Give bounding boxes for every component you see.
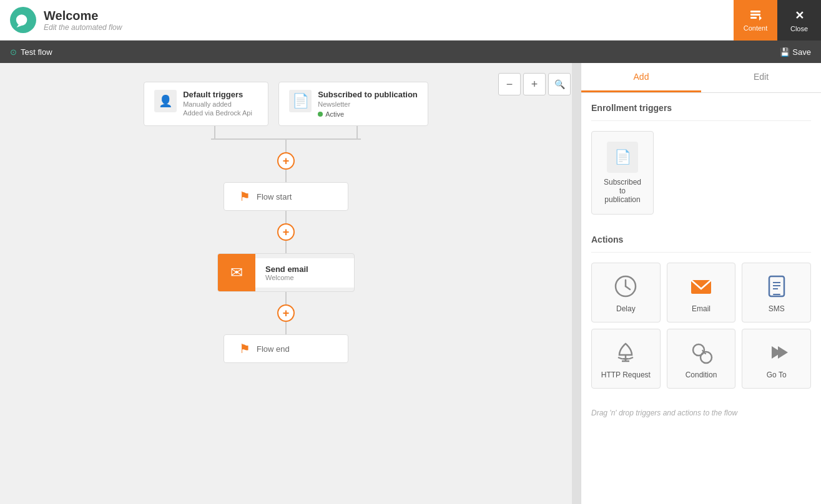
trigger-default-line2: Added via Bedrock Api <box>183 109 252 117</box>
trigger-publication: Newsletter <box>318 100 418 108</box>
connector-after-start <box>285 211 287 223</box>
flow-name: Test flow <box>21 47 52 57</box>
trigger-subscription-icon: 📄 <box>289 90 312 112</box>
send-email-node[interactable]: ✉ Send email Welcome <box>217 253 355 292</box>
enrollment-section: Enrollment triggers 📄 Subscribed to publ… <box>581 93 821 225</box>
app-subtitle: Edit the automated flow <box>44 23 122 32</box>
merge-area <box>149 126 423 138</box>
actions-divider <box>591 252 811 253</box>
app-title: Welcome <box>44 9 122 23</box>
trigger-card-label: Subscribed to publication <box>602 178 643 204</box>
action-card-delay[interactable]: Delay <box>591 263 661 322</box>
close-button[interactable]: ✕ Close <box>777 0 821 41</box>
right-panel: Add Edit Enrollment triggers 📄 Subscribe… <box>581 63 821 504</box>
condition-icon <box>687 338 715 367</box>
connector-center <box>285 140 287 152</box>
connector-after-email <box>285 292 287 304</box>
tab-edit[interactable]: Edit <box>701 63 821 92</box>
svg-marker-21 <box>778 346 788 359</box>
flow-canvas: − + 🔍 👤 Default triggers Manually added … <box>0 63 581 504</box>
svg-line-8 <box>626 286 630 289</box>
add-after-email-button[interactable]: + <box>277 304 295 322</box>
sms-label: SMS <box>769 304 785 313</box>
triggers-row: 👤 Default triggers Manually added Added … <box>144 82 428 126</box>
flow-icon: ⊙ <box>10 47 17 57</box>
connector-before-email <box>285 241 287 253</box>
connector-v2 <box>356 126 358 138</box>
main-layout: − + 🔍 👤 Default triggers Manually added … <box>0 63 821 504</box>
svg-rect-11 <box>773 294 780 295</box>
toolbar-left: ⊙ Test flow <box>10 47 52 57</box>
email-icon <box>687 272 715 301</box>
trigger-default-info: Default triggers Manually added Added vi… <box>183 90 252 117</box>
action-card-http[interactable]: HTTP Request <box>591 329 661 389</box>
delay-icon <box>611 272 640 301</box>
flow-diagram: 👤 Default triggers Manually added Added … <box>0 63 572 504</box>
goto-label: Go To <box>767 371 787 379</box>
flow-end-label: Flow end <box>257 344 290 354</box>
connector-v1 <box>214 126 215 138</box>
header-title: Welcome Edit the automated flow <box>44 9 122 32</box>
action-card-condition[interactable]: Condition <box>667 329 736 389</box>
trigger-subscription-title: Subscribed to publication <box>318 90 418 99</box>
action-card-email[interactable]: Email <box>667 263 736 322</box>
trigger-status-label: Active <box>325 110 344 118</box>
actions-section: Actions Delay <box>581 225 821 399</box>
drag-hint: Drag 'n' drop triggers and actions to th… <box>581 409 821 417</box>
flow-start-icon: ⚑ <box>239 189 250 204</box>
trigger-subscription[interactable]: 📄 Subscribed to publication Newsletter A… <box>278 82 428 126</box>
sms-icon <box>762 272 791 301</box>
trigger-default[interactable]: 👤 Default triggers Manually added Added … <box>144 82 268 126</box>
svg-point-0 <box>16 14 27 26</box>
flow-start-node[interactable]: ⚑ Flow start <box>224 182 348 211</box>
delay-label: Delay <box>616 304 636 313</box>
save-label: Save <box>792 47 811 57</box>
flow-end-icon: ⚑ <box>239 341 250 356</box>
content-button-label: Content <box>744 24 768 32</box>
header: Welcome Edit the automated flow Content … <box>0 0 821 41</box>
action-card-goto[interactable]: Go To <box>742 329 811 389</box>
status-dot <box>318 112 323 117</box>
save-icon: 💾 <box>780 47 790 57</box>
close-button-label: Close <box>790 25 808 32</box>
svg-rect-4 <box>750 17 757 19</box>
svg-rect-2 <box>750 11 760 12</box>
connector-after-add <box>285 170 287 182</box>
svg-rect-3 <box>750 14 760 16</box>
flow-end-node[interactable]: ⚑ Flow end <box>224 334 348 363</box>
app-logo <box>10 7 36 33</box>
add-after-start-button[interactable]: + <box>277 223 295 241</box>
send-email-name: Welcome <box>265 274 344 281</box>
enrollment-title: Enrollment triggers <box>591 103 811 113</box>
enrollment-divider <box>591 120 811 121</box>
goto-icon <box>762 338 791 367</box>
scrollbar-vertical[interactable] <box>572 63 581 504</box>
actions-grid: Delay Email <box>591 263 811 389</box>
add-trigger-button[interactable]: + <box>277 152 295 170</box>
trigger-status: Active <box>318 110 418 118</box>
header-actions: Content ✕ Close <box>734 0 821 41</box>
http-icon <box>611 338 640 367</box>
action-card-sms[interactable]: SMS <box>742 263 811 322</box>
email-label: Email <box>692 304 710 313</box>
send-email-icon: ✉ <box>218 254 255 291</box>
send-email-content: Send email Welcome <box>255 258 354 288</box>
condition-label: Condition <box>686 371 717 379</box>
save-button[interactable]: 💾 Save <box>780 47 811 57</box>
trigger-default-line1: Manually added <box>183 100 252 108</box>
trigger-subscription-info: Subscribed to publication Newsletter Act… <box>318 90 418 118</box>
send-email-label: Send email <box>265 264 344 274</box>
trigger-card-subscription[interactable]: 📄 Subscribed to publication <box>591 131 654 215</box>
flow-start-label: Flow start <box>257 192 292 201</box>
content-button[interactable]: Content <box>734 0 777 41</box>
connector-before-end <box>285 322 287 334</box>
http-label: HTTP Request <box>601 371 651 379</box>
trigger-card-icon: 📄 <box>607 142 638 173</box>
panel-tabs: Add Edit <box>581 63 821 93</box>
tab-add[interactable]: Add <box>581 63 701 92</box>
trigger-default-icon: 👤 <box>154 90 177 112</box>
toolbar: ⊙ Test flow 💾 Save <box>0 41 821 63</box>
center-column: + ⚑ Flow start + ✉ Send email Welcome <box>217 140 355 363</box>
actions-title: Actions <box>591 235 811 245</box>
svg-marker-5 <box>759 16 762 21</box>
